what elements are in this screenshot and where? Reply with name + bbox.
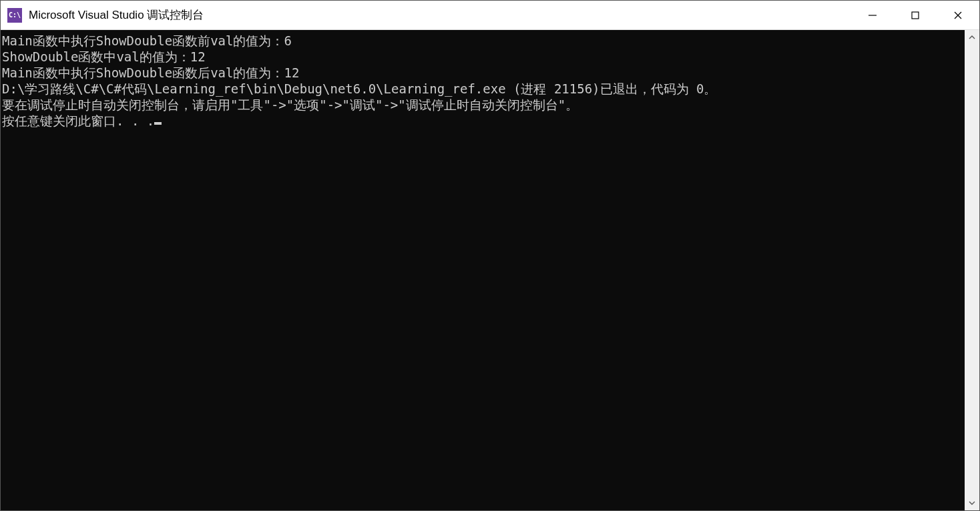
close-button[interactable] [937, 1, 979, 29]
window-controls [851, 1, 979, 29]
console-line: 要在调试停止时自动关闭控制台，请启用"工具"->"选项"->"调试"->"调试停… [2, 97, 963, 113]
console-line: Main函数中执行ShowDouble函数后val的值为：12 [2, 65, 963, 81]
console-line: 按任意键关闭此窗口. . . [2, 113, 963, 129]
close-icon [953, 11, 963, 20]
scroll-up-button[interactable] [965, 30, 979, 45]
console-line: D:\学习路线\C#\C#代码\Learning_ref\bin\Debug\n… [2, 81, 963, 97]
cursor [154, 122, 162, 125]
window-title: Microsoft Visual Studio 调试控制台 [29, 7, 851, 23]
scroll-track[interactable] [965, 45, 979, 496]
console-line: Main函数中执行ShowDouble函数前val的值为：6 [2, 33, 963, 49]
console-prompt-text: 按任意键关闭此窗口. . . [2, 113, 154, 128]
maximize-icon [911, 11, 920, 20]
console-line: ShowDouble函数中val的值为：12 [2, 49, 963, 65]
titlebar[interactable]: C:\ Microsoft Visual Studio 调试控制台 [1, 1, 979, 30]
svg-rect-1 [912, 12, 919, 19]
scroll-down-button[interactable] [965, 496, 979, 510]
console-area: Main函数中执行ShowDouble函数前val的值为：6ShowDouble… [1, 30, 979, 510]
vertical-scrollbar[interactable] [965, 30, 979, 510]
app-icon-label: C:\ [9, 11, 21, 19]
chevron-down-icon [969, 500, 975, 506]
app-icon: C:\ [7, 8, 22, 23]
chevron-up-icon [969, 34, 975, 41]
minimize-button[interactable] [851, 1, 894, 29]
maximize-button[interactable] [894, 1, 937, 29]
console-output[interactable]: Main函数中执行ShowDouble函数前val的值为：6ShowDouble… [1, 30, 965, 510]
console-window: C:\ Microsoft Visual Studio 调试控制台 [0, 0, 980, 511]
minimize-icon [868, 11, 877, 20]
